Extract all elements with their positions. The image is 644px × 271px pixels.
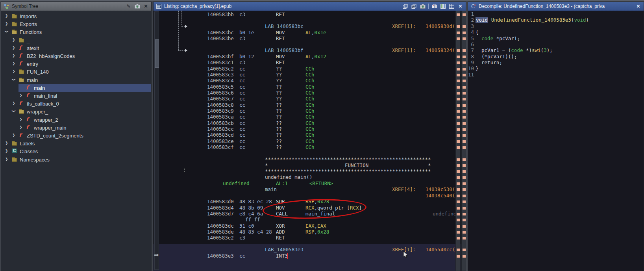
tree-item-labels[interactable]: ❯Labels <box>1 139 151 147</box>
expand-arrow-icon[interactable]: ❯ <box>12 61 15 65</box>
expand-arrow-icon[interactable]: ❯ <box>12 69 15 73</box>
listing-line[interactable]: 1400583dc31 c0XOREAX,EAX <box>161 223 455 229</box>
listing-line[interactable]: 1400583c9cc??CCh <box>161 108 455 114</box>
nav-marker[interactable] <box>457 37 460 40</box>
nav-marker[interactable] <box>457 164 460 167</box>
expand-arrow-icon[interactable]: ❯ <box>12 78 16 81</box>
nav-marker[interactable] <box>457 56 460 58</box>
listing-line[interactable]: 1400583cecc??CCh <box>161 138 455 145</box>
nav-marker[interactable] <box>463 49 466 52</box>
listing-line[interactable]: 1400583bcb0 1eMOVAL,0x1e <box>161 30 455 36</box>
nav-marker[interactable] <box>463 25 466 28</box>
tree-item-classes[interactable]: ❯CClasses <box>1 147 151 155</box>
nav-marker[interactable] <box>457 176 460 179</box>
tree-item-namespaces[interactable]: ❯Namespaces <box>1 156 151 163</box>
listing-line[interactable]: LAB_1400583e3XREF[1]:1405540cc(* <box>161 247 455 253</box>
nav-marker[interactable] <box>457 170 460 173</box>
listing-line[interactable]: LAB_1400583bfXREF[1]:140058324(j <box>161 47 455 54</box>
nav-marker[interactable] <box>463 158 466 161</box>
nav-marker[interactable] <box>463 80 466 82</box>
listing-titlebar[interactable]: Listing: captcha_privacy[1].epub ✕ <box>154 2 466 11</box>
listing-line[interactable]: 1400583c1c3RET <box>161 59 455 66</box>
tree-item-wrapper-main[interactable]: ❯fwrapper_main <box>1 124 151 132</box>
listing-line[interactable]: ****************************************… <box>161 168 455 174</box>
expand-arrow-icon[interactable]: ❯ <box>12 54 15 58</box>
nav-marker[interactable] <box>463 200 466 203</box>
listing-line[interactable]: 1400583cbcc??CCh <box>161 120 455 126</box>
snapshot-icon[interactable] <box>134 4 140 9</box>
nav-marker[interactable] <box>463 249 466 251</box>
expand-arrow-icon[interactable]: ❯ <box>19 93 22 97</box>
nav-marker[interactable] <box>463 170 466 173</box>
expand-arrow-icon[interactable]: ❯ <box>5 30 9 33</box>
listing-line[interactable]: 1400583c7cc??CCh <box>161 96 455 102</box>
nav-marker[interactable] <box>457 219 460 221</box>
nav-marker[interactable] <box>457 110 460 113</box>
listing-line[interactable]: 14038c540(* <box>161 193 455 199</box>
nav-marker[interactable] <box>463 86 466 89</box>
listing-line[interactable]: 1400583e3ccINT3 <box>161 253 455 259</box>
nav-marker[interactable] <box>463 110 466 113</box>
nav-marker[interactable] <box>463 225 466 228</box>
expand-arrow-icon[interactable]: ❯ <box>5 22 8 26</box>
nav-marker[interactable] <box>463 122 466 125</box>
nav-marker[interactable] <box>457 200 460 203</box>
nav-marker[interactable] <box>457 188 460 191</box>
decompile-line[interactable]: 6 <box>468 41 644 48</box>
tree-item-tls-callback-0[interactable]: ❯ftls_callback_0 <box>1 100 151 108</box>
tree-item-main[interactable]: ❯main <box>1 76 151 84</box>
expand-arrow-icon[interactable]: ❯ <box>5 14 8 18</box>
expand-arrow-icon[interactable]: ❯ <box>12 46 15 50</box>
copy-icon[interactable] <box>402 4 408 9</box>
close-icon[interactable]: ✕ <box>635 4 641 9</box>
nav-marker[interactable] <box>463 128 466 131</box>
nav-marker[interactable] <box>457 32 460 34</box>
nav-marker[interactable] <box>463 116 466 119</box>
nav-marker[interactable] <box>463 68 466 71</box>
decompile-line[interactable]: 7 pcVar1 = (code *)swi(3); <box>468 47 644 54</box>
tree-item-fun-140[interactable]: ❯FUN_140 <box>1 68 151 76</box>
listing-line[interactable]: *FUNCTION* <box>161 162 455 169</box>
nav-marker[interactable] <box>463 188 466 191</box>
nav-marker[interactable] <box>463 13 466 16</box>
decompile-line[interactable]: 10} <box>468 65 644 72</box>
nav-marker[interactable] <box>463 98 466 100</box>
nav-marker[interactable] <box>457 207 460 210</box>
tree-item-wrapper-[interactable]: ❯wrapper_ <box>1 108 151 115</box>
nav-marker[interactable] <box>457 134 460 137</box>
listing-scrollbar[interactable] <box>154 11 159 270</box>
nav-marker[interactable] <box>457 195 460 197</box>
listing-line[interactable]: ****************************************… <box>161 156 455 163</box>
nav-marker[interactable] <box>457 104 460 107</box>
nav-marker[interactable] <box>463 255 466 258</box>
nav-marker[interactable] <box>463 92 466 95</box>
decompile-line[interactable]: 4{ <box>468 29 644 35</box>
nav-marker[interactable] <box>457 140 460 143</box>
expand-arrow-icon[interactable]: ❯ <box>12 133 15 137</box>
listing-line[interactable]: 1400583cacc??CCh <box>161 114 455 120</box>
nav-marker[interactable] <box>463 176 466 179</box>
nav-marker[interactable] <box>463 146 466 149</box>
decompile-line[interactable]: 1 <box>468 11 644 17</box>
tree-item-exports[interactable]: ❯Exports <box>1 20 151 28</box>
decompile-line[interactable]: 8 (*pcVar1)(); <box>468 54 644 60</box>
tree-item-functions[interactable]: ❯Functions <box>1 28 151 36</box>
nav-marker[interactable] <box>463 207 466 210</box>
nav-marker[interactable] <box>463 195 466 197</box>
nav-marker[interactable] <box>463 104 466 107</box>
expand-arrow-icon[interactable]: ❯ <box>19 125 22 129</box>
table-icon[interactable] <box>449 4 455 9</box>
listing-line[interactable]: 1400583cfcc??CCh <box>161 144 455 150</box>
listing-line[interactable]: 1400583c3cc??CCh <box>161 72 455 78</box>
tree-item--[interactable]: ❯_ <box>1 36 151 44</box>
listing-line[interactable]: undefined main() <box>161 174 455 180</box>
nav-marker[interactable] <box>457 25 460 28</box>
book-icon[interactable] <box>431 4 437 9</box>
navigation-marker-strip[interactable] <box>455 11 461 271</box>
diff-view-icon[interactable] <box>440 4 446 9</box>
snapshot-icon[interactable] <box>420 4 426 9</box>
nav-marker[interactable] <box>457 158 460 161</box>
nav-marker[interactable] <box>457 122 460 125</box>
nav-marker[interactable] <box>457 68 460 71</box>
tree-item-entry[interactable]: ❯fentry <box>1 60 151 68</box>
